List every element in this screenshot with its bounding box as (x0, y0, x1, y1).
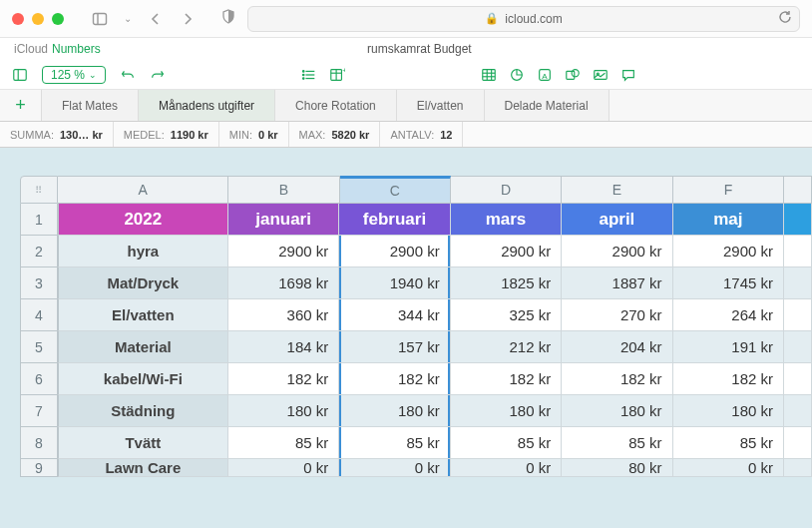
cell[interactable]: Tvätt (58, 427, 228, 459)
nav-forward-button[interactable] (176, 11, 200, 27)
cell[interactable]: 182 kr (562, 363, 672, 395)
zoom-control[interactable]: 125 % ⌄ (42, 66, 106, 84)
cell[interactable]: mars (451, 204, 562, 236)
cell[interactable]: 180 kr (451, 395, 562, 427)
cell[interactable]: Lawn Care (58, 459, 228, 477)
minimize-window-button[interactable] (32, 13, 44, 25)
cell[interactable]: 1887 kr (562, 267, 672, 299)
cell[interactable]: 85 kr (228, 427, 339, 459)
cell[interactable]: 1940 kr (339, 267, 450, 299)
cell[interactable]: 212 kr (451, 331, 562, 363)
table-icon[interactable] (481, 67, 497, 83)
row-header[interactable]: 5 (20, 331, 58, 363)
cell[interactable]: 85 kr (339, 427, 450, 459)
row-header[interactable]: 2 (20, 236, 58, 267)
cell[interactable]: Material (58, 331, 228, 363)
cell[interactable]: 85 kr (451, 427, 562, 459)
cell[interactable] (784, 267, 812, 299)
cell[interactable]: 2900 kr (451, 236, 562, 267)
comment-icon[interactable] (620, 67, 636, 83)
cell[interactable] (784, 363, 812, 395)
sidebar-toggle-icon[interactable] (88, 11, 112, 27)
cell[interactable]: 180 kr (228, 395, 339, 427)
cell[interactable]: 191 kr (673, 331, 784, 363)
cell[interactable]: 325 kr (451, 299, 562, 331)
cell[interactable] (784, 236, 812, 267)
row-header[interactable]: 9 (20, 459, 58, 477)
insert-table-icon[interactable]: + (329, 67, 345, 83)
cell[interactable]: 157 kr (339, 331, 450, 363)
cell[interactable]: 182 kr (339, 363, 450, 395)
redo-button[interactable] (150, 67, 166, 83)
column-header[interactable]: C (340, 176, 451, 204)
cell[interactable]: 182 kr (451, 363, 562, 395)
row-header[interactable]: 1 (20, 204, 58, 236)
cell[interactable] (784, 459, 812, 477)
cell[interactable]: 0 kr (451, 459, 562, 477)
chart-icon[interactable] (509, 67, 525, 83)
cell[interactable]: 270 kr (562, 299, 672, 331)
cell[interactable]: 2900 kr (228, 236, 339, 267)
shape-icon[interactable] (565, 67, 581, 83)
cell[interactable]: 180 kr (673, 395, 784, 427)
row-header[interactable]: 7 (20, 395, 58, 427)
cell[interactable]: 180 kr (562, 395, 672, 427)
cell[interactable]: 182 kr (673, 363, 784, 395)
cell[interactable]: 1825 kr (451, 267, 562, 299)
row-header[interactable]: 6 (20, 363, 58, 395)
cell[interactable] (784, 395, 812, 427)
row-header[interactable]: 4 (20, 299, 58, 331)
cell[interactable] (784, 299, 812, 331)
cell[interactable]: 0 kr (339, 459, 450, 477)
cell[interactable]: januari (228, 204, 339, 236)
cell[interactable]: 85 kr (673, 427, 784, 459)
row-header[interactable]: 3 (20, 267, 58, 299)
column-header[interactable]: F (673, 176, 784, 204)
zoom-window-button[interactable] (52, 13, 64, 25)
cell[interactable]: 184 kr (228, 331, 339, 363)
cell[interactable] (784, 204, 812, 236)
cell[interactable]: 2900 kr (673, 236, 784, 267)
cell[interactable]: 2022 (58, 204, 228, 236)
cell[interactable]: 204 kr (562, 331, 672, 363)
sheet-tab[interactable]: Delade Material (485, 90, 609, 121)
add-sheet-button[interactable]: + (0, 90, 42, 121)
media-icon[interactable] (593, 67, 609, 83)
cell[interactable]: 182 kr (228, 363, 339, 395)
sheet-tab[interactable]: El/vatten (397, 90, 485, 121)
cell[interactable]: 80 kr (562, 459, 672, 477)
cell[interactable]: 0 kr (673, 459, 784, 477)
sheet-tab[interactable]: Chore Rotation (275, 90, 397, 121)
cell[interactable]: 0 kr (228, 459, 339, 477)
cell[interactable]: 264 kr (673, 299, 784, 331)
cell[interactable]: 1698 kr (228, 267, 339, 299)
cell[interactable]: 85 kr (562, 427, 672, 459)
cell[interactable] (784, 427, 812, 459)
column-header[interactable]: A (58, 176, 228, 204)
cell[interactable]: 2900 kr (339, 236, 450, 267)
cell[interactable]: El/vatten (58, 299, 228, 331)
row-header[interactable]: 8 (20, 427, 58, 459)
privacy-shield-icon[interactable] (220, 9, 236, 28)
cell[interactable]: 1745 kr (673, 267, 784, 299)
cell[interactable]: februari (339, 204, 450, 236)
undo-button[interactable] (120, 67, 136, 83)
cell[interactable] (784, 331, 812, 363)
sheet-tab[interactable]: Flat Mates (42, 90, 139, 121)
cell[interactable]: kabel/Wi-Fi (58, 363, 228, 395)
cell[interactable]: Städning (58, 395, 228, 427)
cell[interactable]: 360 kr (228, 299, 339, 331)
cell[interactable]: hyra (58, 236, 228, 267)
nav-back-button[interactable] (144, 11, 168, 27)
list-icon[interactable] (301, 67, 317, 83)
spreadsheet-canvas[interactable]: ⠿ ABCDEF 12022januarifebruarimarsaprilma… (0, 148, 812, 528)
column-header[interactable] (784, 176, 812, 204)
table-corner-handle[interactable]: ⠿ (20, 176, 58, 204)
reload-icon[interactable] (777, 9, 793, 28)
cell[interactable]: Mat/Dryck (58, 267, 228, 299)
chevron-down-icon[interactable]: ⌄ (120, 13, 136, 24)
cell[interactable]: 2900 kr (562, 236, 672, 267)
cell[interactable]: 344 kr (339, 299, 450, 331)
cell[interactable]: 180 kr (339, 395, 450, 427)
column-header[interactable]: D (451, 176, 562, 204)
